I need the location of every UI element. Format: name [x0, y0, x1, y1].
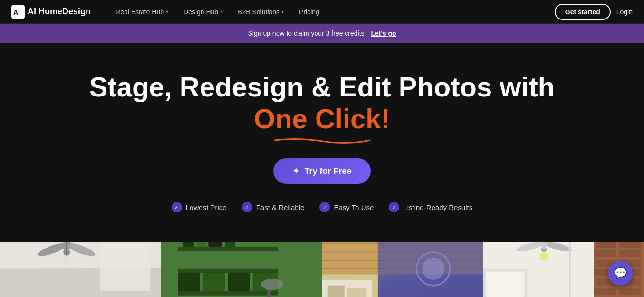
check-icon: ✓ — [172, 202, 182, 212]
chevron-down-icon: ▾ — [281, 9, 284, 14]
logo[interactable]: AI AI HomeDesign — [11, 5, 91, 19]
room-image-3 — [322, 242, 483, 297]
svg-rect-22 — [202, 273, 225, 291]
logo-icon: AI — [11, 5, 25, 19]
room-image-1 — [0, 242, 161, 297]
svg-rect-42 — [597, 242, 616, 248]
svg-rect-23 — [228, 273, 250, 291]
chevron-down-icon: ▾ — [166, 9, 168, 14]
feature-easy-to-use: ✓ Easy To Use — [319, 202, 374, 212]
try-for-free-button[interactable]: ✦ Try for Free — [273, 158, 370, 184]
svg-rect-52 — [594, 288, 616, 295]
svg-rect-17 — [183, 242, 194, 247]
nav-item-real-estate[interactable]: Real Estate Hub ▾ — [110, 5, 174, 19]
svg-rect-65 — [486, 272, 525, 297]
svg-point-63 — [540, 253, 548, 260]
svg-rect-67 — [569, 242, 571, 297]
check-icon: ✓ — [319, 202, 330, 212]
svg-point-27 — [261, 279, 283, 290]
nav-item-pricing[interactable]: Pricing — [293, 5, 325, 19]
nav-right: Get started Login — [555, 4, 633, 20]
banner-link[interactable]: Let's go — [371, 29, 396, 37]
svg-rect-14 — [178, 247, 278, 251]
svg-rect-20 — [225, 242, 235, 247]
hero-title-line1: Stage, Redesign & Edit Photos with One C… — [10, 71, 634, 134]
chevron-down-icon: ▾ — [220, 9, 222, 14]
image-grid — [0, 242, 644, 297]
svg-rect-36 — [327, 286, 344, 297]
svg-rect-53 — [619, 288, 641, 295]
login-button[interactable]: Login — [616, 8, 633, 16]
svg-rect-43 — [619, 242, 641, 248]
svg-rect-44 — [594, 250, 616, 257]
svg-rect-19 — [208, 242, 222, 247]
get-started-button[interactable]: Get started — [555, 4, 611, 20]
feature-fast-reliable: ✓ Fast & Reliable — [242, 202, 305, 212]
chat-icon: 💬 — [614, 267, 627, 279]
svg-rect-4 — [100, 242, 150, 291]
feature-listing-ready: ✓ Listing-Ready Results — [389, 202, 472, 212]
check-icon: ✓ — [242, 202, 252, 212]
svg-rect-15 — [178, 269, 278, 273]
navbar: AI AI HomeDesign Real Estate Hub ▾ Desig… — [0, 0, 644, 24]
svg-rect-37 — [347, 288, 366, 297]
title-underline — [270, 136, 375, 144]
room-image-2 — [161, 242, 322, 297]
nav-item-b2b[interactable]: B2B Solutions ▾ — [232, 5, 289, 19]
svg-rect-16 — [178, 291, 278, 296]
banner-text: Sign up now to claim your 3 free credits… — [248, 29, 366, 37]
svg-rect-45 — [619, 250, 641, 257]
svg-point-10 — [62, 256, 71, 265]
svg-rect-21 — [178, 273, 200, 291]
features-list: ✓ Lowest Price ✓ Fast & Reliable ✓ Easy … — [10, 198, 634, 228]
nav-items: Real Estate Hub ▾ Design Hub ▾ B2B Solut… — [110, 5, 555, 19]
svg-point-39 — [422, 258, 444, 280]
hero-title-line2: One Click! — [10, 103, 634, 135]
sparkle-icon: ✦ — [292, 166, 299, 176]
hero-section: Stage, Redesign & Edit Photos with One C… — [0, 43, 644, 242]
nav-item-design-hub[interactable]: Design Hub ▾ — [178, 5, 228, 19]
feature-lowest-price: ✓ Lowest Price — [172, 202, 227, 212]
logo-text: AI HomeDesign — [28, 7, 91, 17]
svg-rect-18 — [197, 242, 206, 247]
promo-banner: Sign up now to claim your 3 free credits… — [0, 24, 644, 43]
svg-text:AI: AI — [13, 9, 20, 16]
check-icon: ✓ — [389, 202, 399, 212]
chat-bubble-button[interactable]: 💬 — [608, 261, 633, 286]
